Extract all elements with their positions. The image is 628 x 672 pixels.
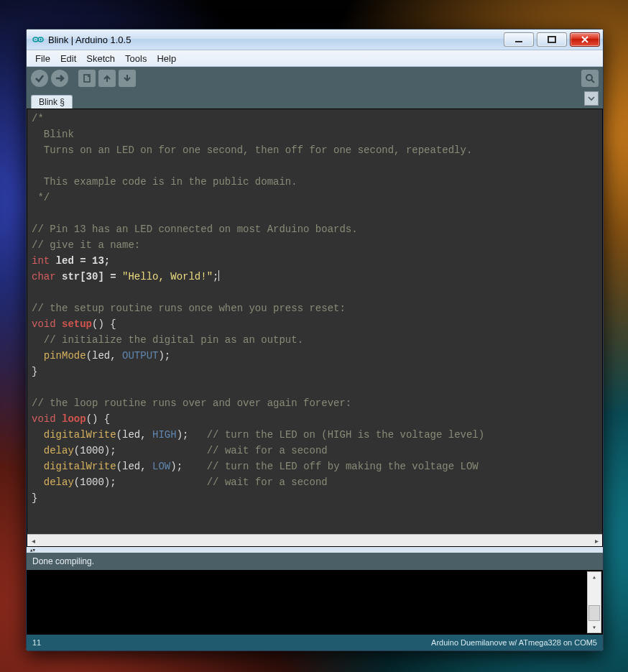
code-token: (1000); bbox=[74, 477, 116, 488]
code-token: () { bbox=[92, 318, 116, 330]
line-number-indicator: 11 bbox=[32, 638, 41, 647]
console-scrollbar[interactable]: ▴ ▾ bbox=[587, 571, 601, 633]
code-token: led = 13; bbox=[50, 255, 110, 267]
upload-button[interactable] bbox=[51, 70, 68, 87]
board-port-indicator: Arduino Duemilanove w/ ATmega328 on COM5 bbox=[431, 638, 597, 647]
code-token: // turn the LED off by making the voltag… bbox=[207, 461, 479, 472]
code-token bbox=[56, 413, 62, 425]
code-token: (led, bbox=[116, 429, 152, 441]
maximize-button[interactable] bbox=[537, 32, 567, 47]
code-line: // the loop routine runs over and over a… bbox=[32, 397, 351, 409]
close-button[interactable] bbox=[570, 32, 600, 47]
svg-point-8 bbox=[586, 75, 592, 80]
code-token: ); bbox=[158, 350, 170, 362]
serial-monitor-button[interactable] bbox=[581, 70, 599, 87]
svg-rect-6 bbox=[548, 37, 555, 42]
code-token bbox=[56, 318, 62, 330]
menu-sketch[interactable]: Sketch bbox=[82, 52, 119, 65]
code-token: (led, bbox=[116, 461, 152, 472]
scroll-up-icon[interactable]: ▴ bbox=[592, 572, 596, 582]
code-line: Turns on an LED on for one second, then … bbox=[32, 144, 472, 156]
code-token: () { bbox=[86, 413, 111, 425]
pane-splitter[interactable]: ▴▾ bbox=[27, 547, 603, 553]
code-line: This example code is in the public domai… bbox=[32, 176, 297, 188]
svg-rect-7 bbox=[84, 75, 90, 82]
code-line: // the setup routine runs once when you … bbox=[32, 303, 346, 314]
code-line bbox=[32, 160, 37, 172]
code-token: (1000); bbox=[74, 445, 116, 456]
status-bar: Done compiling. bbox=[27, 553, 603, 570]
svg-line-9 bbox=[591, 80, 594, 83]
code-token: delay bbox=[44, 445, 74, 456]
arduino-icon bbox=[32, 34, 44, 45]
code-token: LOW bbox=[152, 461, 170, 472]
code-token: // turn the LED on (HIGH is the voltage … bbox=[207, 429, 484, 441]
code-line: Blink bbox=[32, 129, 74, 140]
minimize-button[interactable] bbox=[504, 32, 534, 47]
tab-menu-button[interactable] bbox=[584, 91, 599, 106]
arduino-window: Blink | Arduino 1.0.5 File Edit Sketch T… bbox=[26, 29, 604, 651]
console-line: Binary sketch size: 1,084 bytes (of a 30… bbox=[53, 634, 378, 635]
code-token: str[30] = bbox=[56, 271, 122, 282]
code-token: char bbox=[32, 271, 56, 282]
code-token: void bbox=[32, 413, 56, 425]
code-line: // give it a name: bbox=[32, 239, 140, 251]
new-button[interactable] bbox=[78, 70, 96, 87]
code-token bbox=[32, 461, 44, 472]
code-token: ; bbox=[213, 271, 218, 282]
code-token: ); bbox=[177, 429, 207, 441]
code-token bbox=[32, 445, 44, 456]
code-token: digitalWrite bbox=[44, 461, 116, 472]
scroll-left-icon[interactable]: ◂ bbox=[27, 535, 39, 546]
code-token: "Hello, World!" bbox=[122, 271, 213, 282]
verify-button[interactable] bbox=[31, 70, 48, 87]
code-token: setup bbox=[62, 318, 92, 330]
console-output[interactable]: Binary sketch size: 1,084 bytes (of a 30… bbox=[27, 570, 603, 635]
code-token: // wait for a second bbox=[207, 445, 328, 456]
menu-file[interactable]: File bbox=[31, 52, 55, 65]
scroll-right-icon[interactable]: ▸ bbox=[591, 535, 602, 546]
menu-edit[interactable]: Edit bbox=[56, 52, 80, 65]
code-token: digitalWrite bbox=[44, 429, 116, 441]
open-button[interactable] bbox=[98, 70, 116, 87]
titlebar[interactable]: Blink | Arduino 1.0.5 bbox=[27, 29, 603, 50]
code-token: OUTPUT bbox=[122, 350, 158, 362]
code-token: delay bbox=[44, 477, 74, 488]
code-token bbox=[116, 445, 207, 456]
code-line: /* bbox=[32, 113, 44, 124]
code-token: (led, bbox=[86, 350, 122, 362]
code-line: // initialize the digital pin as an outp… bbox=[32, 334, 303, 346]
code-token: } bbox=[32, 492, 37, 504]
code-token: ); bbox=[170, 461, 206, 472]
editor-horizontal-scrollbar[interactable]: ◂ ▸ bbox=[27, 534, 602, 546]
code-token: int bbox=[32, 255, 50, 267]
text-caret bbox=[218, 270, 219, 281]
save-button[interactable] bbox=[119, 70, 136, 87]
footer-bar: 11 Arduino Duemilanove w/ ATmega328 on C… bbox=[27, 635, 603, 650]
tab-blink[interactable]: Blink § bbox=[31, 95, 73, 109]
menu-tools[interactable]: Tools bbox=[121, 52, 151, 65]
tab-bar: Blink § bbox=[27, 90, 603, 109]
editor-area: /* Blink Turns on an LED on for one seco… bbox=[27, 109, 603, 547]
code-line: */ bbox=[32, 192, 50, 203]
code-token: loop bbox=[62, 413, 86, 425]
window-title: Blink | Arduino 1.0.5 bbox=[48, 34, 131, 45]
code-token bbox=[116, 477, 207, 488]
code-token bbox=[32, 477, 44, 488]
toolbar bbox=[27, 67, 603, 90]
svg-rect-5 bbox=[515, 41, 522, 42]
code-token: void bbox=[32, 318, 56, 330]
menubar: File Edit Sketch Tools Help bbox=[27, 50, 603, 67]
code-token bbox=[32, 350, 44, 362]
scroll-down-icon[interactable]: ▾ bbox=[592, 622, 596, 632]
scroll-thumb[interactable] bbox=[588, 605, 600, 621]
code-token: pinMode bbox=[44, 350, 86, 362]
code-token: } bbox=[32, 366, 37, 377]
code-line: // Pin 13 has an LED connected on most A… bbox=[32, 224, 358, 235]
status-text: Done compiling. bbox=[32, 556, 94, 566]
code-token: // wait for a second bbox=[207, 477, 328, 488]
code-token bbox=[32, 429, 44, 441]
code-token: HIGH bbox=[152, 429, 177, 441]
code-editor[interactable]: /* Blink Turns on an LED on for one seco… bbox=[27, 109, 602, 534]
menu-help[interactable]: Help bbox=[152, 52, 180, 65]
